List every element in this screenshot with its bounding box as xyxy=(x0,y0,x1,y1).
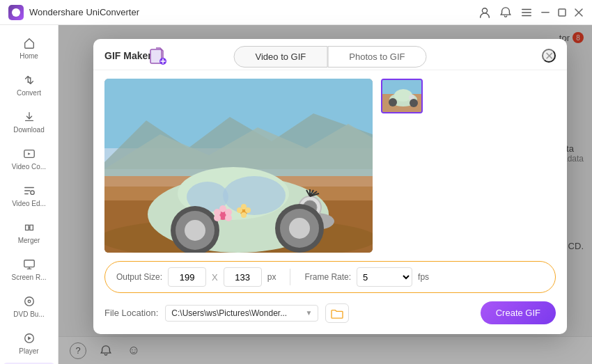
frame-rate-label: Frame Rate: xyxy=(304,272,351,282)
app-logo xyxy=(8,5,24,20)
tab-photos-to-gif[interactable]: Photos to GIF xyxy=(327,46,426,68)
sidebar-item-home[interactable]: Home xyxy=(3,31,55,66)
sidebar-label-dvd-burner: DVD Bu... xyxy=(13,310,44,319)
sidebar-label-home: Home xyxy=(20,52,38,61)
file-path-container: C:\Users\ws\Pictures\Wonder... ▼ xyxy=(165,305,318,322)
height-input[interactable] xyxy=(224,267,262,287)
thumbnail-1[interactable] xyxy=(381,79,423,113)
logo-inner xyxy=(12,8,20,17)
sidebar-item-dvd-burner[interactable]: DVD Bu... xyxy=(3,289,55,324)
player-icon xyxy=(22,331,36,345)
svg-point-37 xyxy=(289,218,310,239)
create-gif-button[interactable]: Create GIF xyxy=(481,301,556,324)
sidebar-label-merger: Merger xyxy=(18,237,40,245)
sidebar-item-player[interactable]: Player xyxy=(3,326,55,361)
svg-point-57 xyxy=(389,98,397,106)
svg-point-25 xyxy=(223,176,286,215)
home-icon xyxy=(22,36,36,50)
output-size-group: Output Size: X px xyxy=(116,267,276,287)
convert-icon xyxy=(22,73,36,87)
menu-icon[interactable] xyxy=(520,6,533,19)
output-size-label: Output Size: xyxy=(116,272,162,282)
sidebar-item-screen-recorder[interactable]: Screen R... xyxy=(3,252,55,287)
path-dropdown-arrow[interactable]: ▼ xyxy=(305,309,312,317)
svg-point-6 xyxy=(24,297,33,306)
main-video-preview xyxy=(104,79,373,253)
sidebar-item-video-edit[interactable]: Video Ed... xyxy=(3,178,55,214)
merger-icon xyxy=(22,221,36,235)
minimize-button[interactable] xyxy=(540,8,550,17)
svg-point-51 xyxy=(241,212,247,218)
video-compress-icon xyxy=(22,147,36,161)
tab-bar: Video to GIF Photos to GIF xyxy=(234,46,427,68)
title-bar: Wondershare UniConverter xyxy=(0,0,592,25)
thumbnail-area xyxy=(381,79,423,253)
svg-rect-1 xyxy=(541,12,550,13)
file-location-label: File Location: xyxy=(104,308,158,318)
sidebar-item-video-compress[interactable]: Video Co... xyxy=(3,141,55,177)
user-icon[interactable] xyxy=(478,6,492,19)
sidebar-item-merger[interactable]: Merger xyxy=(3,215,55,251)
notification-icon[interactable] xyxy=(499,6,513,19)
svg-point-50 xyxy=(237,207,242,213)
video-edit-icon xyxy=(22,184,36,198)
add-file-button[interactable] xyxy=(149,47,167,65)
content-area: tor 8 data stadata CD. GIF Maker Video t… xyxy=(59,25,592,364)
maximize-button[interactable] xyxy=(557,8,567,17)
svg-point-7 xyxy=(28,300,31,303)
sidebar-label-video-compress: Video Co... xyxy=(12,163,46,171)
browse-folder-button[interactable] xyxy=(325,303,349,323)
sidebar: Home Convert Download Video Co... Video … xyxy=(0,25,59,364)
sidebar-label-download: Download xyxy=(13,126,44,134)
file-path-text: C:\Users\ws\Pictures\Wonder... xyxy=(171,308,302,318)
width-input[interactable] xyxy=(168,267,206,287)
svg-point-49 xyxy=(245,207,251,213)
fps-unit: fps xyxy=(418,272,429,282)
svg-rect-2 xyxy=(559,9,566,16)
svg-point-58 xyxy=(410,99,418,107)
dialog-header: GIF Maker Video to GIF Photos to GIF ✕ xyxy=(93,39,567,70)
tab-video-to-gif[interactable]: Video to GIF xyxy=(234,46,328,68)
svg-point-44 xyxy=(225,214,232,221)
sidebar-label-player: Player xyxy=(19,347,38,356)
svg-point-46 xyxy=(214,209,221,216)
settings-divider xyxy=(290,269,290,285)
px-unit: px xyxy=(267,272,276,282)
title-bar-controls xyxy=(478,6,584,19)
sidebar-item-convert[interactable]: Convert xyxy=(3,68,55,103)
screen-recorder-icon xyxy=(22,258,36,271)
dialog-close-button[interactable]: ✕ xyxy=(542,49,556,63)
svg-point-4 xyxy=(30,191,33,194)
app-title: Wondershare UniConverter xyxy=(29,7,139,17)
sidebar-label-convert: Convert xyxy=(17,89,41,97)
frame-rate-group: Frame Rate: 5 10 15 20 25 30 fps xyxy=(304,267,429,287)
sidebar-label-screen-recorder: Screen R... xyxy=(11,274,46,282)
sidebar-item-download[interactable]: Download xyxy=(3,104,55,140)
download-icon xyxy=(22,110,36,124)
svg-point-55 xyxy=(394,89,412,102)
svg-point-0 xyxy=(482,8,487,13)
gif-maker-dialog: GIF Maker Video to GIF Photos to GIF ✕ xyxy=(93,39,567,334)
file-location-row: File Location: C:\Users\ws\Pictures\Wond… xyxy=(104,301,556,324)
close-button[interactable] xyxy=(574,8,584,17)
dvd-burner-icon xyxy=(22,294,36,308)
sidebar-label-video-edit: Video Ed... xyxy=(12,200,46,208)
dialog-title: GIF Maker xyxy=(104,50,152,61)
dialog-body xyxy=(93,70,567,261)
svg-rect-5 xyxy=(24,260,33,267)
fps-select[interactable]: 5 10 15 20 25 30 xyxy=(357,267,412,287)
title-bar-left: Wondershare UniConverter xyxy=(8,5,139,20)
svg-point-40 xyxy=(185,220,205,241)
settings-row: Output Size: X px Frame Rate: 5 10 15 20… xyxy=(104,261,556,293)
x-separator: X xyxy=(212,272,218,283)
main-layout: Home Convert Download Video Co... Video … xyxy=(0,25,592,364)
